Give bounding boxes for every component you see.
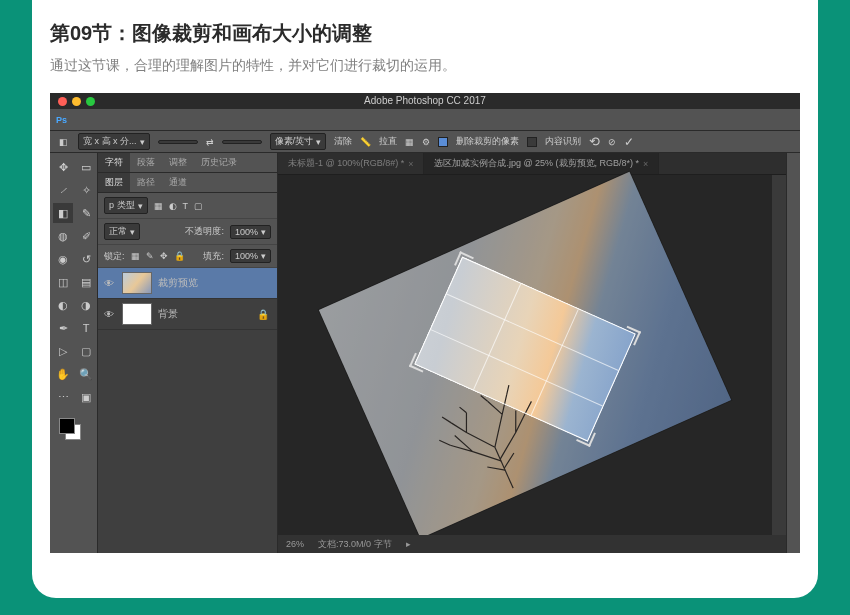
eraser-tool[interactable]: ◫ — [53, 272, 73, 292]
lock-icon-3[interactable]: ✥ — [160, 251, 168, 261]
layer-row[interactable]: 👁 裁剪预览 — [98, 268, 277, 299]
lock-icon-2[interactable]: ✎ — [146, 251, 154, 261]
tab-channels[interactable]: 通道 — [162, 173, 194, 192]
crop-tool-icon: ◧ — [56, 135, 70, 149]
screen-mode[interactable]: ▣ — [76, 387, 96, 407]
tab-char[interactable]: 字符 — [98, 153, 130, 172]
opacity-label: 不透明度: — [185, 225, 224, 238]
shape-tool[interactable]: ▢ — [76, 341, 96, 361]
tab-paths[interactable]: 路径 — [130, 173, 162, 192]
tab-adjust[interactable]: 调整 — [162, 153, 194, 172]
menu-bar: Ps — [50, 109, 800, 131]
dodge-tool[interactable]: ◑ — [76, 295, 96, 315]
tab-para[interactable]: 段落 — [130, 153, 162, 172]
clear-button[interactable]: 清除 — [334, 135, 352, 148]
straighten-label: 拉直 — [379, 135, 397, 148]
zoom-tool[interactable]: 🔍 — [76, 364, 96, 384]
lock-label: 锁定: — [104, 250, 125, 263]
grid-icon[interactable]: ▦ — [405, 137, 414, 147]
visibility-icon[interactable]: 👁 — [102, 278, 116, 289]
color-swatch[interactable] — [53, 416, 96, 444]
layer-name[interactable]: 裁剪预览 — [158, 276, 198, 290]
lesson-subtitle: 通过这节课，合理的理解图片的特性，并对它们进行裁切的运用。 — [50, 57, 800, 75]
height-input[interactable] — [222, 140, 262, 144]
file-tabs: 未标题-1 @ 100%(RGB/8#) *× 选区加减实例合成.jpg @ 2… — [278, 153, 786, 175]
stamp-tool[interactable]: ◉ — [53, 249, 73, 269]
tool-panel: ✥ ▭ ⟋ ✧ ◧ ✎ ◍ ✐ ◉ ↺ ◫ ▤ ◐ ◑ ✒ T ▷ ▢ ✋ 🔍 — [50, 153, 98, 553]
lock-icon[interactable]: ▦ — [131, 251, 140, 261]
lesson-title: 第09节：图像裁剪和画布大小的调整 — [50, 20, 800, 47]
delete-px-checkbox[interactable] — [438, 137, 448, 147]
move-tool[interactable]: ✥ — [53, 157, 73, 177]
blur-tool[interactable]: ◐ — [53, 295, 73, 315]
left-panels: 字符 段落 调整 历史记录 图层 路径 通道 p 类型▾ ▦◐T▢ 正常▾ — [98, 153, 278, 553]
lock-icon-4[interactable]: 🔒 — [174, 251, 185, 261]
unit-select[interactable]: 像素/英寸▾ — [270, 133, 327, 150]
close-icon[interactable]: × — [408, 159, 413, 169]
canvas-area: 未标题-1 @ 100%(RGB/8#) *× 选区加减实例合成.jpg @ 2… — [278, 153, 786, 553]
tab-layers[interactable]: 图层 — [98, 173, 130, 192]
filter-icon-2[interactable]: ◐ — [169, 201, 177, 211]
layer-list: 👁 裁剪预览 👁 背景 🔒 — [98, 268, 277, 553]
options-bar: ◧ 宽 x 高 x 分...▾ ⇄ 像素/英寸▾ 清除 📏 拉直 ▦ ⚙ 删除裁… — [50, 131, 800, 153]
reset-button[interactable]: ⟲ — [589, 134, 600, 149]
layer-kind-select[interactable]: p 类型▾ — [104, 197, 148, 214]
history-brush-tool[interactable]: ↺ — [76, 249, 96, 269]
canvas[interactable] — [278, 175, 772, 535]
lasso-tool[interactable]: ⟋ — [53, 180, 73, 200]
tab-history[interactable]: 历史记录 — [194, 153, 244, 172]
delete-px-label: 删除裁剪的像素 — [456, 135, 519, 148]
hand-tool[interactable]: ✋ — [53, 364, 73, 384]
file-tab-1[interactable]: 未标题-1 @ 100%(RGB/8#) *× — [278, 153, 424, 174]
straighten-icon[interactable]: 📏 — [360, 137, 371, 147]
crop-preset-select[interactable]: 宽 x 高 x 分...▾ — [78, 133, 150, 150]
commit-button[interactable]: ✓ — [624, 135, 634, 149]
zoom-value[interactable]: 26% — [286, 539, 304, 549]
width-input[interactable] — [158, 140, 198, 144]
lock-icon: 🔒 — [257, 309, 269, 320]
app-title: Adobe Photoshop CC 2017 — [50, 93, 800, 109]
visibility-icon[interactable]: 👁 — [102, 309, 116, 320]
edit-toolbar[interactable]: ⋯ — [53, 387, 73, 407]
wand-tool[interactable]: ✧ — [76, 180, 96, 200]
content-aware-checkbox[interactable] — [527, 137, 537, 147]
layer-row[interactable]: 👁 背景 🔒 — [98, 299, 277, 330]
chevron-down-icon: ▾ — [140, 137, 145, 147]
gradient-tool[interactable]: ▤ — [76, 272, 96, 292]
right-panel-strip[interactable] — [786, 153, 800, 553]
opacity-input[interactable]: 100%▾ — [230, 225, 271, 239]
path-tool[interactable]: ▷ — [53, 341, 73, 361]
photoshop-window: Adobe Photoshop CC 2017 Ps ◧ 宽 x 高 x 分..… — [50, 93, 800, 553]
marquee-tool[interactable]: ▭ — [76, 157, 96, 177]
status-bar: 26% 文档:73.0M/0 字节 ▸ — [278, 535, 786, 553]
scrollbar-v[interactable] — [772, 175, 786, 535]
eyedropper-tool[interactable]: ✎ — [76, 203, 96, 223]
content-aware-label: 内容识别 — [545, 135, 581, 148]
layer-thumb[interactable] — [122, 272, 152, 294]
blend-mode-select[interactable]: 正常▾ — [104, 223, 140, 240]
layer-thumb[interactable] — [122, 303, 152, 325]
cancel-button[interactable]: ⊘ — [608, 137, 616, 147]
info-chevron-icon[interactable]: ▸ — [406, 539, 411, 549]
fill-input[interactable]: 100%▾ — [230, 249, 271, 263]
fill-label: 填充: — [203, 250, 224, 263]
pen-tool[interactable]: ✒ — [53, 318, 73, 338]
file-tab-2[interactable]: 选区加减实例合成.jpg @ 25% (裁剪预览, RGB/8*) *× — [424, 153, 659, 174]
top-panel-tabs: 字符 段落 调整 历史记录 — [98, 153, 277, 173]
filter-icon-4[interactable]: ▢ — [194, 201, 203, 211]
healing-tool[interactable]: ◍ — [53, 226, 73, 246]
swap-icon[interactable]: ⇄ — [206, 137, 214, 147]
doc-info: 文档:73.0M/0 字节 — [318, 538, 392, 551]
filter-icon[interactable]: ▦ — [154, 201, 163, 211]
gear-icon[interactable]: ⚙ — [422, 137, 430, 147]
crop-tool[interactable]: ◧ — [53, 203, 73, 223]
window-titlebar: Adobe Photoshop CC 2017 — [50, 93, 800, 109]
filter-icon-3[interactable]: T — [183, 201, 189, 211]
close-icon[interactable]: × — [643, 159, 648, 169]
mid-panel-tabs: 图层 路径 通道 — [98, 173, 277, 193]
ps-logo[interactable]: Ps — [56, 115, 67, 125]
brush-tool[interactable]: ✐ — [76, 226, 96, 246]
layer-name[interactable]: 背景 — [158, 307, 178, 321]
type-tool[interactable]: T — [76, 318, 96, 338]
